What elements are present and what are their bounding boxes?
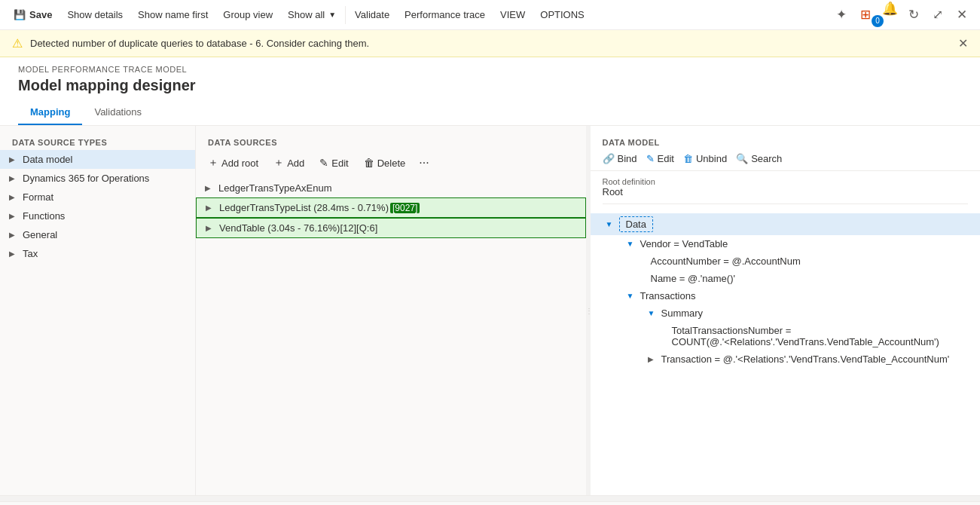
- bind-btn[interactable]: 🔗 Bind: [603, 153, 637, 164]
- ds-item-ledger-trans-type-ax-enum[interactable]: ▶ LedgerTransTypeAxEnum: [196, 179, 586, 197]
- ds-type-label-tax: Tax: [23, 248, 38, 259]
- page-header: MODEL PERFORMANCE TRACE MODEL Model mapp…: [0, 57, 980, 126]
- show-details-label: Show details: [67, 9, 123, 20]
- root-definition: Root definition Root: [591, 171, 981, 210]
- view-button[interactable]: VIEW: [493, 0, 533, 29]
- tabs: Mapping Validations: [18, 100, 962, 125]
- search-icon: 🔍: [736, 153, 748, 164]
- notification-area: 🔔 0: [878, 0, 902, 33]
- ds-type-format[interactable]: ▶ Format: [0, 188, 195, 207]
- edit-icon: ✎: [319, 157, 328, 169]
- save-button[interactable]: 💾 Save: [6, 0, 60, 29]
- ds-type-label-format: Format: [23, 191, 53, 203]
- page-title: Model mapping designer: [18, 77, 962, 94]
- warning-close-btn[interactable]: ✕: [958, 36, 968, 50]
- dm-node-name[interactable]: Name = @.'name()': [591, 270, 981, 287]
- save-icon: 💾: [14, 9, 26, 20]
- unbind-btn[interactable]: 🗑 Unbind: [683, 153, 727, 164]
- validate-button[interactable]: Validate: [347, 0, 397, 29]
- ds-type-general[interactable]: ▶ General: [0, 225, 195, 244]
- options-button[interactable]: OPTIONS: [533, 0, 592, 29]
- show-all-button[interactable]: Show all ▼: [280, 0, 343, 29]
- add-btn[interactable]: ＋ Add: [267, 153, 310, 173]
- performance-trace-label: Performance trace: [405, 9, 485, 20]
- collapse-icon-vendor: ▼: [627, 240, 637, 248]
- dm-node-summary[interactable]: ▼ Summary: [591, 305, 981, 322]
- tab-mapping[interactable]: Mapping: [18, 100, 82, 125]
- show-all-label: Show all: [288, 9, 325, 20]
- dm-edit-label: Edit: [658, 153, 674, 164]
- chevron-right-icon: ▶: [9, 212, 18, 220]
- search-label: Search: [751, 153, 782, 164]
- ds-item-ledger-trans-type-list[interactable]: ▶ LedgerTransTypeList (28.4ms - 0.71%)[9…: [196, 197, 586, 218]
- dm-node-data-label: Data: [619, 216, 653, 232]
- dm-node-transaction[interactable]: ▶ Transaction = @.'<Relations'.'VendTran…: [591, 350, 981, 368]
- more-btn[interactable]: ···: [414, 153, 433, 173]
- ds-item-label-1: LedgerTransTypeList (28.4ms - 0.71%)[902…: [219, 202, 420, 213]
- warning-banner: ⚠ Detected number of duplicate queries t…: [0, 30, 980, 57]
- breadcrumb: MODEL PERFORMANCE TRACE MODEL: [18, 65, 962, 74]
- collapse-icon: ▼: [606, 220, 616, 228]
- show-details-button[interactable]: Show details: [60, 0, 130, 29]
- show-name-first-label: Show name first: [138, 9, 208, 20]
- dm-node-data[interactable]: ▼ Data: [591, 213, 981, 235]
- toolbar: 💾 Save Show details Show name first Grou…: [0, 0, 980, 30]
- plus-icon-2: ＋: [273, 156, 284, 170]
- delete-btn[interactable]: 🗑 Delete: [358, 154, 412, 172]
- ds-type-label-functions: Functions: [23, 210, 65, 222]
- ds-type-functions[interactable]: ▶ Functions: [0, 207, 195, 225]
- chevron-right-icon: ▶: [9, 249, 18, 258]
- chevron-right-icon: ▶: [206, 204, 215, 212]
- search-btn[interactable]: 🔍 Search: [736, 153, 782, 164]
- ds-type-label-data-model: Data model: [23, 154, 72, 165]
- ds-type-data-model[interactable]: ▶ Data model: [0, 150, 195, 169]
- dm-node-account-number[interactable]: AccountNumber = @.AccountNum: [591, 252, 981, 270]
- ds-type-label-general: General: [23, 229, 57, 240]
- expand-icon-transaction: ▶: [648, 355, 658, 363]
- chevron-right-icon: ▶: [9, 155, 18, 164]
- dm-node-total-transactions[interactable]: TotalTransactionsNumber = COUNT(@.'<Rela…: [591, 322, 981, 350]
- validate-label: Validate: [355, 9, 389, 20]
- data-sources-header: DATA SOURCES: [196, 132, 586, 150]
- unbind-label: Unbind: [696, 153, 727, 164]
- chevron-right-icon: ▶: [9, 193, 18, 201]
- collapse-icon-summary: ▼: [648, 309, 658, 317]
- ds-item-label-0: LedgerTransTypeAxEnum: [218, 182, 332, 194]
- tab-validations[interactable]: Validations: [82, 100, 154, 125]
- edit-icon-2: ✎: [646, 153, 655, 164]
- show-name-first-button[interactable]: Show name first: [130, 0, 215, 29]
- ds-item-label-2: VendTable (3.04s - 76.16%)[12][Q:6]: [219, 222, 377, 234]
- group-view-button[interactable]: Group view: [215, 0, 280, 29]
- dm-node-vendor[interactable]: ▼ Vendor = VendTable: [591, 235, 981, 252]
- ds-item-badge-1: [9027]: [390, 203, 420, 213]
- save-label: Save: [29, 9, 52, 20]
- add-root-btn[interactable]: ＋ Add root: [202, 153, 264, 173]
- edit-btn[interactable]: ✎ Edit: [313, 154, 354, 172]
- options-label: OPTIONS: [540, 9, 585, 20]
- details-bar[interactable]: ▶ DETAILS: [0, 501, 980, 505]
- expand-btn[interactable]: ⤢: [926, 3, 950, 27]
- group-view-label: Group view: [223, 9, 273, 20]
- data-source-types-panel: DATA SOURCE TYPES ▶ Data model ▶ Dynamic…: [0, 126, 196, 495]
- dm-edit-btn[interactable]: ✎ Edit: [646, 153, 674, 164]
- chevron-right-icon: ▶: [9, 174, 18, 182]
- extensions-icon-btn[interactable]: ✦: [829, 3, 853, 27]
- ds-item-vend-table[interactable]: ▶ VendTable (3.04s - 76.16%)[12][Q:6]: [196, 218, 586, 238]
- chevron-right-icon: ▶: [206, 224, 215, 232]
- ds-type-dynamics[interactable]: ▶ Dynamics 365 for Operations: [0, 169, 195, 188]
- link-icon: 🔗: [603, 153, 615, 164]
- warning-icon: ⚠: [12, 36, 23, 50]
- performance-trace-button[interactable]: Performance trace: [397, 0, 493, 29]
- ds-type-label-dynamics: Dynamics 365 for Operations: [23, 173, 149, 184]
- ds-type-tax[interactable]: ▶ Tax: [0, 244, 195, 263]
- data-model-header: DATA MODEL: [591, 132, 981, 150]
- dm-node-transactions[interactable]: ▼ Transactions: [591, 287, 981, 305]
- close-btn[interactable]: ✕: [950, 3, 974, 27]
- scroll-area: [0, 495, 980, 501]
- bind-label: Bind: [618, 153, 637, 164]
- refresh-btn[interactable]: ↻: [902, 3, 926, 27]
- root-def-value: Root: [603, 186, 969, 204]
- plus-icon: ＋: [208, 156, 218, 170]
- delete-icon: 🗑: [364, 157, 374, 169]
- main-content: DATA SOURCE TYPES ▶ Data model ▶ Dynamic…: [0, 126, 980, 495]
